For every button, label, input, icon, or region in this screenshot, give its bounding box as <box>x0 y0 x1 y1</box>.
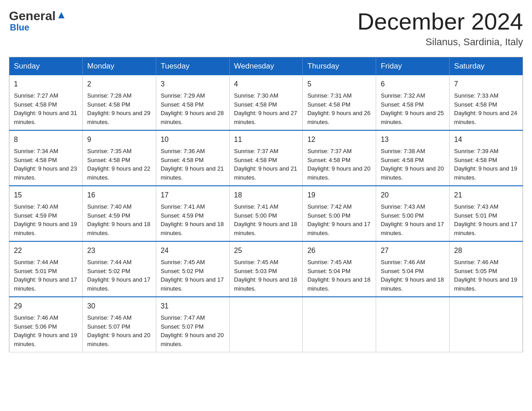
sunrise-text: Sunrise: 7:41 AM <box>234 203 279 210</box>
daylight-text: Daylight: 9 hours and 22 minutes. <box>87 165 150 181</box>
table-row: 28Sunrise: 7:46 AMSunset: 5:05 PMDayligh… <box>450 241 523 297</box>
table-row: 31Sunrise: 7:47 AMSunset: 5:07 PMDayligh… <box>156 297 229 352</box>
sunset-text: Sunset: 4:58 PM <box>87 157 130 163</box>
table-row: 10Sunrise: 7:36 AMSunset: 4:58 PMDayligh… <box>156 130 229 186</box>
table-row: 24Sunrise: 7:45 AMSunset: 5:02 PMDayligh… <box>156 241 229 297</box>
sunset-text: Sunset: 4:59 PM <box>14 212 57 219</box>
sunrise-text: Sunrise: 7:36 AM <box>161 148 205 154</box>
table-row: 3Sunrise: 7:29 AMSunset: 4:58 PMDaylight… <box>156 75 229 130</box>
day-number: 11 <box>234 134 298 145</box>
day-number: 25 <box>234 245 298 256</box>
daylight-text: Daylight: 9 hours and 20 minutes. <box>87 332 150 347</box>
daylight-text: Daylight: 9 hours and 29 minutes. <box>87 110 150 125</box>
day-number: 8 <box>14 134 78 145</box>
table-row <box>376 297 450 352</box>
sunset-text: Sunset: 5:07 PM <box>87 323 130 330</box>
sunset-text: Sunset: 5:06 PM <box>14 323 57 330</box>
table-row <box>229 297 303 352</box>
daylight-text: Daylight: 9 hours and 27 minutes. <box>234 110 297 125</box>
sunset-text: Sunset: 4:58 PM <box>454 101 497 108</box>
sunrise-text: Sunrise: 7:33 AM <box>454 92 498 99</box>
table-row: 30Sunrise: 7:46 AMSunset: 5:07 PMDayligh… <box>82 297 156 352</box>
daylight-text: Daylight: 9 hours and 17 minutes. <box>307 221 370 236</box>
daylight-text: Daylight: 9 hours and 24 minutes. <box>454 110 517 125</box>
table-row: 5Sunrise: 7:31 AMSunset: 4:58 PMDaylight… <box>303 75 376 130</box>
daylight-text: Daylight: 9 hours and 19 minutes. <box>454 165 517 181</box>
calendar-week-row: 29Sunrise: 7:46 AMSunset: 5:06 PMDayligh… <box>9 297 523 352</box>
sunrise-text: Sunrise: 7:34 AM <box>14 148 58 154</box>
sunrise-text: Sunrise: 7:46 AM <box>14 314 58 321</box>
table-row: 27Sunrise: 7:46 AMSunset: 5:04 PMDayligh… <box>376 241 450 297</box>
daylight-text: Daylight: 9 hours and 18 minutes. <box>234 221 297 236</box>
daylight-text: Daylight: 9 hours and 25 minutes. <box>381 110 444 125</box>
table-row: 1Sunrise: 7:27 AMSunset: 4:58 PMDaylight… <box>9 75 83 130</box>
sunrise-text: Sunrise: 7:43 AM <box>454 203 498 210</box>
sunset-text: Sunset: 5:02 PM <box>161 268 204 274</box>
sunset-text: Sunset: 5:00 PM <box>307 212 350 219</box>
day-number: 21 <box>454 190 518 201</box>
svg-marker-0 <box>58 12 64 18</box>
sunrise-text: Sunrise: 7:44 AM <box>87 259 132 265</box>
daylight-text: Daylight: 9 hours and 21 minutes. <box>161 165 224 181</box>
daylight-text: Daylight: 9 hours and 20 minutes. <box>381 165 444 181</box>
table-row: 14Sunrise: 7:39 AMSunset: 4:58 PMDayligh… <box>450 130 523 186</box>
sunset-text: Sunset: 4:59 PM <box>161 212 204 219</box>
sunrise-text: Sunrise: 7:47 AM <box>161 314 205 321</box>
daylight-text: Daylight: 9 hours and 28 minutes. <box>161 110 224 125</box>
page-header: General Blue December 2024 Silanus, Sard… <box>9 9 523 48</box>
day-number: 18 <box>234 190 298 201</box>
day-number: 28 <box>454 245 518 256</box>
day-number: 20 <box>381 190 445 201</box>
table-row: 17Sunrise: 7:41 AMSunset: 4:59 PMDayligh… <box>156 186 229 241</box>
sunrise-text: Sunrise: 7:39 AM <box>454 148 498 154</box>
daylight-text: Daylight: 9 hours and 19 minutes. <box>454 276 517 292</box>
title-block: December 2024 Silanus, Sardinia, Italy <box>357 9 523 48</box>
daylight-text: Daylight: 9 hours and 18 minutes. <box>161 221 224 236</box>
sunset-text: Sunset: 4:58 PM <box>381 101 424 108</box>
sunset-text: Sunset: 4:58 PM <box>14 101 57 108</box>
sunrise-text: Sunrise: 7:41 AM <box>161 203 205 210</box>
table-row: 12Sunrise: 7:37 AMSunset: 4:58 PMDayligh… <box>303 130 376 186</box>
sunrise-text: Sunrise: 7:37 AM <box>307 148 352 154</box>
daylight-text: Daylight: 9 hours and 19 minutes. <box>14 221 77 236</box>
sunrise-text: Sunrise: 7:37 AM <box>234 148 279 154</box>
table-row: 4Sunrise: 7:30 AMSunset: 4:58 PMDaylight… <box>229 75 303 130</box>
sunrise-text: Sunrise: 7:43 AM <box>381 203 425 210</box>
day-number: 5 <box>307 79 371 90</box>
logo-blue-text: Blue <box>10 22 29 33</box>
day-number: 17 <box>161 190 225 201</box>
daylight-text: Daylight: 9 hours and 23 minutes. <box>14 165 77 181</box>
sunset-text: Sunset: 5:04 PM <box>307 268 350 274</box>
table-row: 20Sunrise: 7:43 AMSunset: 5:00 PMDayligh… <box>376 186 450 241</box>
sunrise-text: Sunrise: 7:38 AM <box>381 148 425 154</box>
sunset-text: Sunset: 5:04 PM <box>381 268 424 274</box>
day-number: 4 <box>234 79 298 90</box>
table-row: 11Sunrise: 7:37 AMSunset: 4:58 PMDayligh… <box>229 130 303 186</box>
col-friday: Friday <box>376 57 450 76</box>
sunset-text: Sunset: 4:58 PM <box>454 157 497 163</box>
day-number: 10 <box>161 134 225 145</box>
table-row: 7Sunrise: 7:33 AMSunset: 4:58 PMDaylight… <box>450 75 523 130</box>
sunset-text: Sunset: 4:58 PM <box>87 101 130 108</box>
table-row: 29Sunrise: 7:46 AMSunset: 5:06 PMDayligh… <box>9 297 83 352</box>
day-number: 6 <box>381 79 445 90</box>
day-number: 1 <box>14 79 78 90</box>
daylight-text: Daylight: 9 hours and 19 minutes. <box>14 332 77 347</box>
sunset-text: Sunset: 5:07 PM <box>161 323 204 330</box>
col-saturday: Saturday <box>450 57 523 76</box>
day-number: 30 <box>87 301 151 312</box>
daylight-text: Daylight: 9 hours and 17 minutes. <box>381 221 444 236</box>
location-title: Silanus, Sardinia, Italy <box>357 36 523 48</box>
table-row: 6Sunrise: 7:32 AMSunset: 4:58 PMDaylight… <box>376 75 450 130</box>
day-number: 27 <box>381 245 445 256</box>
table-row: 25Sunrise: 7:45 AMSunset: 5:03 PMDayligh… <box>229 241 303 297</box>
sunset-text: Sunset: 4:58 PM <box>161 101 204 108</box>
daylight-text: Daylight: 9 hours and 20 minutes. <box>307 165 370 181</box>
calendar-week-row: 15Sunrise: 7:40 AMSunset: 4:59 PMDayligh… <box>9 186 523 241</box>
daylight-text: Daylight: 9 hours and 26 minutes. <box>307 110 370 125</box>
col-tuesday: Tuesday <box>156 57 229 76</box>
day-number: 9 <box>87 134 151 145</box>
sunrise-text: Sunrise: 7:27 AM <box>14 92 58 99</box>
day-number: 3 <box>161 79 225 90</box>
sunset-text: Sunset: 5:01 PM <box>14 268 57 274</box>
